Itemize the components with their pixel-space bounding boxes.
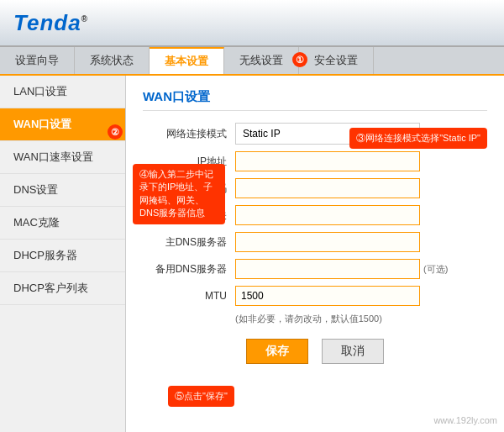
section-title: WAN口设置 — [143, 89, 487, 111]
ip-input-wrap — [235, 151, 420, 171]
annotation-4: ④输入第二步中记录下的IP地址、子网掩码、网关、DNS服务器信息 — [133, 164, 225, 224]
sidebar-item-dhcp-server[interactable]: DHCP服务器 — [0, 240, 125, 272]
sidebar-item-dns[interactable]: DNS设置 — [0, 174, 125, 207]
dns-primary-label: 主DNS服务器 — [143, 235, 235, 250]
dns-primary-input-wrap — [235, 232, 420, 252]
sidebar-item-dhcp-list[interactable]: DHCP客户列表 — [0, 272, 125, 305]
nav-tabs: 设置向导 系统状态 基本设置 无线设置 安全设置 — [0, 47, 504, 76]
cancel-button[interactable]: 取消 — [322, 339, 384, 364]
page-wrap: Tenda® 设置向导 系统状态 基本设置 无线设置 安全设置 LAN口设置 W… — [0, 0, 504, 432]
logo-tm: ® — [81, 14, 88, 24]
form-row-dns-backup: 备用DNS服务器 (可选) — [143, 259, 487, 279]
annotation-1: ① — [292, 52, 307, 67]
subnet-input[interactable] — [235, 178, 420, 198]
logo-text: Tenda — [13, 10, 81, 35]
logo: Tenda® — [13, 10, 88, 36]
annotation-3: ③网络连接模式选择"Static IP" — [349, 128, 487, 149]
dns-primary-input[interactable] — [235, 232, 420, 252]
connection-mode-label: 网络连接模式 — [143, 127, 235, 141]
tab-setup-wizard[interactable]: 设置向导 — [0, 47, 75, 74]
subnet-input-wrap — [235, 178, 420, 198]
sidebar-item-lan[interactable]: LAN口设置 — [0, 76, 125, 108]
mtu-input-wrap — [235, 286, 420, 306]
annotation-2: ② — [108, 124, 123, 140]
mtu-input[interactable] — [235, 286, 420, 306]
watermark: www.192ly.com — [433, 415, 497, 425]
dns-backup-input[interactable] — [235, 259, 420, 279]
optional-label: (可选) — [423, 263, 448, 276]
sidebar-item-wan-rate[interactable]: WAN口速率设置 — [0, 141, 125, 174]
form-row-dns-primary: 主DNS服务器 — [143, 232, 487, 252]
tab-security-settings[interactable]: 安全设置 — [299, 47, 374, 74]
gateway-input[interactable] — [235, 205, 420, 225]
tab-system-status[interactable]: 系统状态 — [75, 47, 150, 74]
sidebar-item-mac-clone[interactable]: MAC克隆 — [0, 207, 125, 240]
annotation-5: ⑤点击"保存" — [168, 386, 234, 407]
mtu-label: MTU — [143, 290, 235, 302]
form-row-mtu: MTU — [143, 286, 487, 306]
dns-backup-input-wrap — [235, 259, 420, 279]
mtu-note: (如非必要，请勿改动，默认值1500) — [235, 313, 487, 325]
sidebar-item-wan[interactable]: WAN口设置 — [0, 108, 125, 141]
tab-wireless-settings[interactable]: 无线设置 — [224, 47, 299, 74]
tab-basic-settings[interactable]: 基本设置 — [150, 47, 224, 74]
dns-backup-label: 备用DNS服务器 — [143, 262, 235, 277]
gateway-input-wrap — [235, 205, 420, 225]
btn-row: 保存 取消 — [143, 339, 487, 364]
ip-input[interactable] — [235, 151, 420, 171]
save-button[interactable]: 保存 — [246, 339, 308, 364]
header: Tenda® — [0, 0, 504, 47]
